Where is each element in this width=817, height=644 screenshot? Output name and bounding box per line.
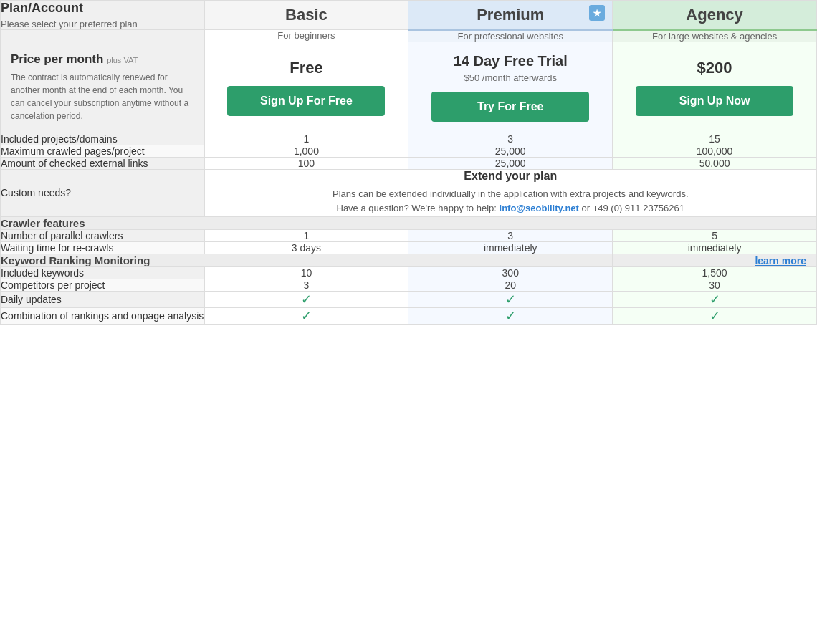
price-per-month-title: Price per month plus VAT (11, 52, 194, 67)
keywords-label: Included keywords (1, 267, 205, 279)
premium-daily-check: ✓ (505, 292, 516, 307)
crawled-label: Maximum crawled pages/project (1, 145, 205, 157)
agency-combo-check: ✓ (710, 309, 720, 323)
premium-header: Premium ★ (408, 1, 613, 30)
keyword-section-title: Keyword Ranking Monitoring (1, 254, 150, 266)
basic-parallel: 1 (204, 230, 408, 242)
agency-keywords: 1,500 (613, 267, 817, 279)
basic-daily-check: ✓ (301, 292, 312, 307)
plus-vat: plus VAT (107, 56, 138, 64)
premium-daily: ✓ (408, 292, 613, 308)
premium-label: Premium (477, 6, 544, 24)
premium-recrawl: immediately (408, 242, 613, 254)
extend-plan-title: Extend your plan (205, 170, 816, 183)
competitors-label: Competitors per project (1, 279, 205, 292)
basic-projects: 1 (204, 133, 408, 145)
agency-competitors: 30 (613, 279, 817, 292)
basic-combo-check: ✓ (301, 309, 312, 323)
basic-keywords: 10 (204, 267, 408, 279)
crawler-section-title: Crawler features (1, 217, 85, 229)
premium-subtitle: For professional websites (408, 30, 613, 42)
projects-label: Included projects/domains (1, 133, 205, 145)
agency-price-cell: $200 Sign Up Now (613, 42, 817, 133)
premium-keywords: 300 (408, 267, 613, 279)
basic-label: Basic (285, 6, 328, 24)
premium-competitors: 20 (408, 279, 613, 292)
keyword-section-header: Keyword Ranking Monitoring (1, 254, 613, 267)
learn-more-link[interactable]: learn more (755, 255, 806, 266)
plan-account-subtitle: Please select your preferred plan (1, 19, 204, 29)
basic-price: Free (205, 59, 408, 77)
star-badge: ★ (589, 5, 605, 21)
signup-premium-button[interactable]: Try For Free (431, 92, 589, 122)
agency-price: $200 (613, 59, 816, 77)
basic-subtitle: For beginners (204, 30, 408, 42)
recrawl-label: Waiting time for re-crawls (1, 242, 205, 254)
basic-external: 100 (204, 157, 408, 169)
pricing-table: Plan/Account Please select your preferre… (0, 0, 817, 325)
signup-basic-button[interactable]: Sign Up For Free (227, 86, 385, 116)
premium-price-cell: 14 Day Free Trial $50 /month afterwards … (408, 42, 613, 133)
premium-combo: ✓ (408, 308, 613, 325)
agency-external: 50,000 (613, 157, 817, 169)
basic-header: Basic (204, 1, 408, 30)
premium-crawled: 25,000 (408, 145, 613, 157)
empty-subtitle (1, 30, 205, 42)
basic-combo: ✓ (204, 308, 408, 325)
premium-external: 25,000 (408, 157, 613, 169)
combo-label: Combination of rankings and onpage analy… (1, 308, 205, 325)
agency-subtitle: For large websites & agencies (613, 30, 817, 42)
agency-daily: ✓ (613, 292, 817, 308)
trial-title: 14 Day Free Trial (408, 53, 612, 69)
basic-competitors: 3 (204, 279, 408, 292)
premium-combo-check: ✓ (505, 309, 516, 323)
agency-combo: ✓ (613, 308, 817, 325)
agency-crawled: 100,000 (613, 145, 817, 157)
parallel-label: Number of parallel crawlers (1, 230, 205, 242)
agency-parallel: 5 (613, 230, 817, 242)
external-links-label: Amount of checked external links (1, 157, 205, 169)
signup-agency-button[interactable]: Sign Up Now (636, 86, 793, 116)
basic-recrawl: 3 days (204, 242, 408, 254)
learn-more-cell: learn more (613, 254, 817, 267)
plan-account-title: Plan/Account (1, 1, 204, 16)
contract-desc: The contract is automatically renewed fo… (11, 71, 194, 122)
plan-account-cell: Plan/Account Please select your preferre… (1, 1, 205, 30)
extend-plan-desc1: Plans can be extended individually in th… (205, 187, 816, 202)
trial-subtitle: $50 /month afterwards (408, 72, 612, 83)
custom-needs-label: Custom needs? (1, 169, 205, 217)
agency-daily-check: ✓ (710, 292, 720, 307)
extend-plan-cell: Extend your plan Plans can be extended i… (204, 169, 816, 217)
basic-price-cell: Free Sign Up For Free (204, 42, 408, 133)
premium-projects: 3 (408, 133, 613, 145)
agency-recrawl: immediately (613, 242, 817, 254)
agency-projects: 15 (613, 133, 817, 145)
contact-email-link[interactable]: info@seobility.net (500, 203, 579, 213)
premium-parallel: 3 (408, 230, 613, 242)
price-label-cell: Price per month plus VAT The contract is… (1, 42, 205, 133)
basic-daily: ✓ (204, 292, 408, 308)
extend-plan-desc2: Have a question? We're happy to help: in… (205, 201, 816, 216)
agency-header: Agency (613, 1, 817, 30)
daily-updates-label: Daily updates (1, 292, 205, 308)
crawler-section-header: Crawler features (1, 217, 817, 230)
basic-crawled: 1,000 (204, 145, 408, 157)
agency-label: Agency (686, 6, 742, 24)
